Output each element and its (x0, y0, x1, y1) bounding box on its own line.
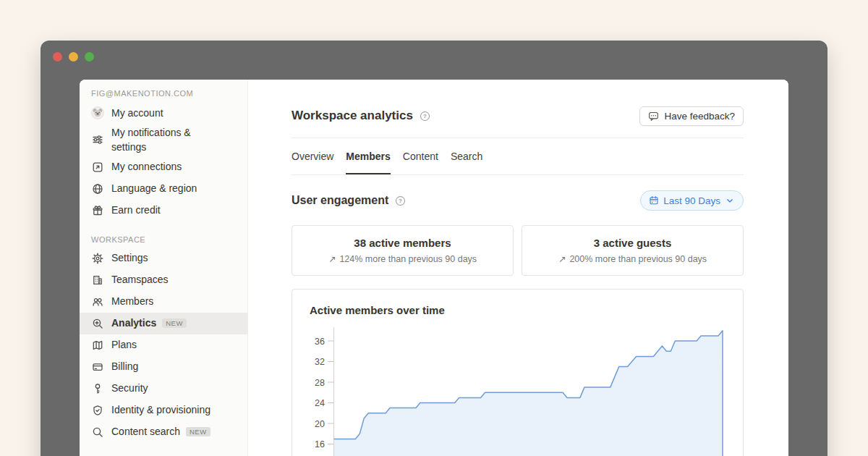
minimize-button[interactable] (69, 52, 78, 62)
avatar (91, 106, 104, 119)
chart-card: 162024283236 Active members over time (292, 289, 744, 456)
sidebar-item-label: Teamspaces (111, 272, 169, 287)
sidebar-item-content-search[interactable]: Content search NEW (80, 421, 247, 443)
sidebar-item-label: Earn credit (111, 203, 161, 217)
tab-overview[interactable]: Overview (292, 138, 333, 174)
trend-up-icon: ↗ (328, 253, 336, 264)
svg-text:36: 36 (315, 337, 325, 347)
sidebar-item-language-region[interactable]: Language & region (80, 178, 247, 200)
stat-delta: ↗ 124% more than previous 90 days (328, 253, 477, 264)
sidebar-item-label: Identity & provisioning (111, 402, 210, 417)
sidebar-item-label: My account (111, 106, 163, 120)
date-range-button[interactable]: Last 90 Days (640, 190, 744, 211)
close-button[interactable] (53, 52, 62, 62)
sidebar-item-label: Analytics (111, 316, 156, 330)
stat-value: 38 active members (354, 237, 451, 249)
sidebar-item-security[interactable]: Security (80, 378, 247, 400)
sliders-icon (91, 133, 104, 146)
tab-content[interactable]: Content (403, 138, 438, 174)
chart-title: Active members over time (310, 304, 445, 316)
credit-card-icon (91, 360, 104, 373)
calendar-icon (649, 195, 659, 206)
have-feedback-button[interactable]: Have feedback? (639, 106, 744, 126)
stat-delta: ↗ 200% more than previous 90 days (558, 253, 707, 264)
sidebar-item-label: Billing (111, 359, 138, 373)
sidebar-item-notifications-settings[interactable]: My notifications & settings (80, 124, 247, 156)
window-titlebar (41, 41, 827, 80)
account-email: FIG@MAKENOTION.COM (80, 89, 247, 98)
speech-bubble-icon (648, 111, 659, 122)
gift-icon (91, 204, 104, 217)
sidebar-item-label: My notifications & settings (111, 125, 226, 155)
main-content: Workspace analytics ? (248, 80, 788, 456)
sidebar-item-billing[interactable]: Billing (80, 356, 247, 378)
sidebar-item-label: My connections (111, 159, 182, 174)
sidebar-item-my-account[interactable]: My account (80, 102, 247, 124)
sidebar-item-plans[interactable]: Plans (80, 334, 247, 356)
sidebar-item-members[interactable]: Members (80, 291, 247, 313)
tab-search[interactable]: Search (451, 138, 482, 174)
magnifier-plus-icon (91, 317, 104, 330)
section-title-user-engagement: User engagement ? (292, 194, 406, 207)
external-link-icon (91, 161, 104, 174)
svg-text:20: 20 (315, 419, 325, 429)
stat-card-active-members: 38 active members ↗ 124% more than previ… (292, 225, 514, 276)
svg-text:32: 32 (315, 357, 325, 367)
sidebar-item-earn-credit[interactable]: Earn credit (80, 200, 247, 221)
sidebar-item-label: Content search (111, 424, 180, 439)
sidebar-item-analytics[interactable]: Analytics NEW (80, 313, 247, 334)
magnifier-icon (91, 426, 104, 439)
analytics-tabs: Overview Members Content Search (292, 138, 744, 175)
settings-sidebar: FIG@MAKENOTION.COM My account (80, 80, 248, 456)
map-icon (91, 339, 104, 352)
page-title: Workspace analytics ? (292, 109, 430, 123)
sidebar-item-settings[interactable]: Settings (80, 248, 247, 269)
sidebar-item-my-connections[interactable]: My connections (80, 156, 247, 178)
new-badge: NEW (162, 318, 187, 329)
trend-up-icon: ↗ (558, 253, 566, 264)
globe-icon (91, 182, 104, 195)
help-icon[interactable]: ? (420, 111, 430, 122)
svg-text:?: ? (399, 198, 402, 204)
help-icon[interactable]: ? (395, 195, 406, 206)
sidebar-item-label: Members (111, 294, 153, 308)
sidebar-item-teamspaces[interactable]: Teamspaces (80, 269, 247, 291)
sidebar-item-label: Security (111, 381, 148, 395)
sidebar-item-identity-provisioning[interactable]: Identity & provisioning (80, 400, 247, 421)
sidebar-item-label: Plans (111, 337, 137, 352)
svg-text:?: ? (423, 113, 427, 119)
svg-text:24: 24 (315, 398, 325, 408)
key-icon (91, 382, 104, 395)
workspace-section-header: WORKSPACE (80, 235, 247, 244)
building-icon (91, 274, 104, 287)
chevron-down-icon (725, 195, 735, 206)
zoom-button[interactable] (85, 52, 94, 62)
tab-members[interactable]: Members (346, 138, 390, 174)
gear-icon (91, 252, 104, 265)
stat-card-active-guests: 3 active guests ↗ 200% more than previou… (522, 225, 744, 276)
settings-panel: FIG@MAKENOTION.COM My account (80, 80, 788, 456)
people-icon (91, 295, 104, 308)
svg-text:28: 28 (315, 378, 325, 388)
new-badge: NEW (186, 427, 210, 437)
svg-text:16: 16 (315, 439, 325, 449)
sidebar-item-label: Language & region (111, 181, 197, 195)
shield-check-icon (91, 404, 104, 417)
sidebar-item-label: Settings (111, 250, 148, 265)
stat-value: 3 active guests (594, 237, 672, 249)
app-window: FIG@MAKENOTION.COM My account (41, 41, 827, 456)
